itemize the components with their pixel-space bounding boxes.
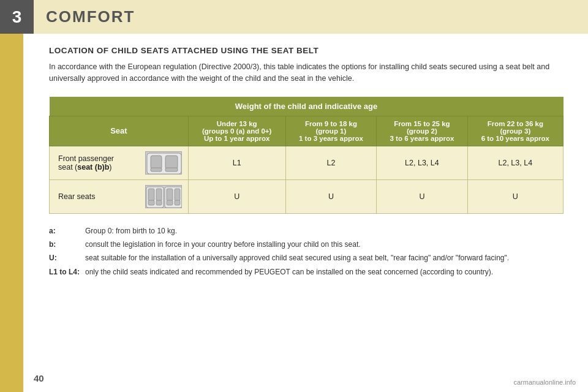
col-header-22to36: From 22 to 36 kg (group 3) 6 to 10 years… [467,116,563,146]
svg-rect-4 [165,168,178,172]
child-seat-table: Weight of the child and indicative age S… [49,97,564,214]
svg-rect-9 [156,200,162,205]
note-u-val: seat suitable for the installation of a … [85,252,564,264]
seat-front-passenger: Front passenger seat (seat (b)b) [50,146,189,179]
note-a-val: Group 0: from birth to 10 kg. [85,225,564,237]
note-u-key: U: [49,252,83,264]
svg-rect-13 [175,189,180,201]
watermark: carmanualonline.info [513,379,576,386]
col-header-15to25: From 15 to 25 kg (group 2) 3 to 6 years … [377,116,467,146]
table-header-row: Weight of the child and indicative age [50,97,564,116]
section-title: LOCATION OF CHILD SEATS ATTACHED USING T… [49,46,564,55]
cell-rear-22to36: U [467,179,563,213]
cell-front-9to18: L2 [285,146,376,179]
note-u: U: seat suitable for the installation of… [49,252,564,264]
svg-rect-14 [175,200,180,205]
chapter-number: 3 [0,0,34,34]
seat-rear: Rear seats [50,179,189,213]
header-bar: COMFORT [34,0,588,34]
note-b-key: b: [49,238,83,251]
svg-rect-6 [148,189,154,201]
note-a: a: Group 0: from birth to 10 kg. [49,225,564,237]
svg-rect-3 [165,156,178,169]
table-row-front-passenger: Front passenger seat (seat (b)b) [50,146,564,179]
cell-front-under13: L1 [188,146,285,179]
note-b-val: consult the legislation in force in your… [85,238,564,251]
cell-front-15to25: L2, L3, L4 [377,146,467,179]
sidebar [0,0,23,392]
table-main-header: Weight of the child and indicative age [50,97,564,116]
note-a-key: a: [49,225,83,237]
header-title: COMFORT [46,7,135,26]
svg-rect-12 [167,200,173,205]
svg-rect-1 [151,156,162,169]
svg-rect-8 [156,189,162,201]
seat-image-front [145,151,182,175]
note-l1l4: L1 to L4: only the child seats indicated… [49,266,564,278]
col-header-under13: Under 13 kg (groups 0 (a) and 0+) Up to … [188,116,285,146]
note-l1l4-key: L1 to L4: [49,266,83,278]
intro-text: In accordance with the European regulati… [49,61,564,85]
notes-section: a: Group 0: from birth to 10 kg. b: cons… [49,225,564,279]
note-b: b: consult the legislation in force in y… [49,238,564,251]
seat-image-rear [145,185,182,208]
note-l1l4-val: only the child seats indicated and recom… [85,266,564,278]
svg-rect-7 [148,200,154,205]
cell-rear-9to18: U [285,179,376,213]
cell-front-22to36: L2, L3, L4 [467,146,563,179]
svg-rect-2 [151,168,162,172]
cell-rear-15to25: U [377,179,467,213]
cell-rear-under13: U [188,179,285,213]
column-headers: Seat Under 13 kg (groups 0 (a) and 0+) U… [50,116,564,146]
main-content: LOCATION OF CHILD SEATS ATTACHED USING T… [34,34,579,292]
svg-rect-11 [167,189,173,201]
col-header-seat: Seat [50,116,189,146]
table-row-rear-seats: Rear seats [50,179,564,213]
page-number: 40 [34,373,44,383]
col-header-9to18: From 9 to 18 kg (group 1) 1 to 3 years a… [285,116,376,146]
